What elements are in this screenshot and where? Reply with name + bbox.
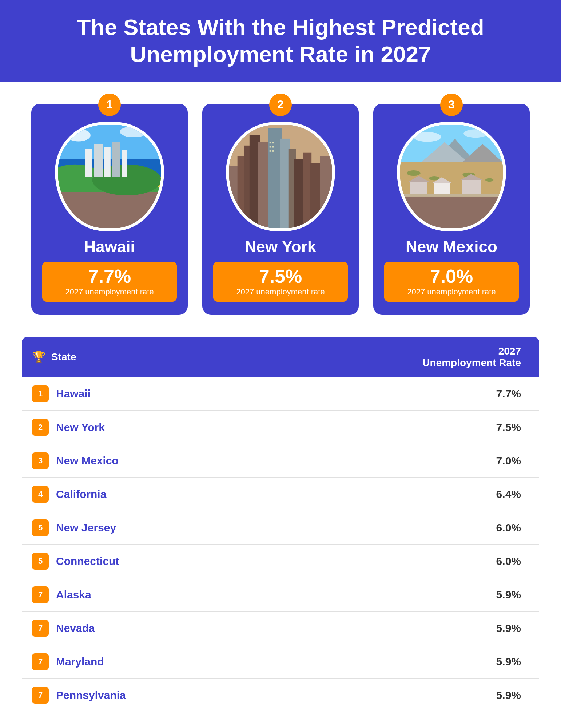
rank-badge-1: 1 bbox=[98, 94, 121, 116]
rank-cell: 7 Alaska bbox=[32, 586, 256, 603]
svg-rect-24 bbox=[320, 156, 332, 228]
rank-number: 7 bbox=[32, 586, 49, 603]
rate-cell: 7.7% bbox=[267, 377, 539, 411]
rate-badge-1: 7.7% 2027 unemployment rate bbox=[42, 262, 177, 302]
rank-cell: 3 New Mexico bbox=[32, 452, 256, 469]
trophy-icon: 🏆 bbox=[32, 351, 45, 363]
state-photo-3 bbox=[397, 122, 506, 231]
rate-cell: 6.4% bbox=[267, 478, 539, 511]
svg-rect-5 bbox=[85, 149, 92, 177]
rank-cell: 1 Hawaii bbox=[32, 385, 256, 402]
svg-rect-6 bbox=[94, 144, 103, 177]
state-photo-2 bbox=[226, 122, 335, 231]
top-cards-section: 1 Hawaii bbox=[0, 82, 561, 333]
svg-rect-30 bbox=[272, 150, 274, 152]
rate-cell: 5.9% bbox=[267, 612, 539, 645]
svg-rect-27 bbox=[270, 146, 271, 147]
rank-number: 4 bbox=[32, 486, 49, 503]
rate-number-3: 7.0% bbox=[395, 267, 508, 286]
state-cell: 1 Hawaii bbox=[22, 377, 267, 411]
rank-cell: 4 California bbox=[32, 486, 256, 503]
rate-badge-3: 7.0% 2027 unemployment rate bbox=[384, 262, 519, 302]
table-row: 5 New Jersey 6.0% bbox=[22, 511, 539, 545]
state-name: New Mexico bbox=[56, 455, 119, 467]
table-row: 7 Alaska 5.9% bbox=[22, 578, 539, 612]
rank-cell: 5 Connecticut bbox=[32, 553, 256, 570]
rate-badge-2: 7.5% 2027 unemployment rate bbox=[213, 262, 348, 302]
state-cell: 4 California bbox=[22, 478, 267, 511]
svg-point-47 bbox=[414, 132, 441, 142]
rate-cell: 5.9% bbox=[267, 578, 539, 612]
svg-rect-44 bbox=[462, 180, 481, 194]
table-row: 3 New Mexico 7.0% bbox=[22, 444, 539, 478]
rank-cell: 5 New Jersey bbox=[32, 519, 256, 536]
svg-rect-46 bbox=[400, 194, 503, 197]
rank-cell: 7 Pennsylvania bbox=[32, 687, 256, 704]
col1-header: 🏆 State bbox=[22, 337, 267, 377]
card-city-name-3: New Mexico bbox=[406, 238, 497, 256]
svg-rect-7 bbox=[104, 147, 111, 176]
rank-badge-2: 2 bbox=[269, 94, 292, 116]
rank-cell: 2 New York bbox=[32, 419, 256, 436]
rate-number-1: 7.7% bbox=[53, 267, 166, 286]
state-name: New York bbox=[56, 421, 105, 434]
table-row: 4 California 6.4% bbox=[22, 478, 539, 511]
rank-number: 5 bbox=[32, 553, 49, 570]
svg-point-48 bbox=[463, 129, 488, 138]
svg-rect-42 bbox=[434, 183, 450, 194]
rate-label-1: 2027 unemployment rate bbox=[53, 287, 166, 297]
rank-number: 7 bbox=[32, 687, 49, 704]
state-card-2: 2 bbox=[202, 104, 359, 315]
state-cell: 5 Connecticut bbox=[22, 545, 267, 578]
svg-rect-23 bbox=[310, 163, 322, 228]
col2-header: 2027 Unemployment Rate bbox=[267, 337, 539, 377]
state-name: Alaska bbox=[56, 589, 91, 601]
rank-cell: 7 Maryland bbox=[32, 653, 256, 670]
table-row: 2 New York 7.5% bbox=[22, 411, 539, 444]
col2-header-line1: 2027 bbox=[498, 345, 521, 357]
state-cell: 7 Alaska bbox=[22, 578, 267, 612]
table-header: 🏆 State 2027 Unemployment Rate bbox=[22, 337, 539, 377]
rate-label-2: 2027 unemployment rate bbox=[224, 287, 337, 297]
table-row: 1 Hawaii 7.7% bbox=[22, 377, 539, 411]
table-row: 7 Maryland 5.9% bbox=[22, 645, 539, 678]
page-header: The States With the Highest Predicted Un… bbox=[0, 0, 561, 82]
svg-point-10 bbox=[67, 129, 91, 141]
state-cell: 7 Pennsylvania bbox=[22, 678, 267, 712]
svg-rect-29 bbox=[270, 150, 271, 152]
svg-rect-8 bbox=[112, 142, 120, 177]
state-cell: 7 Maryland bbox=[22, 645, 267, 678]
state-name: Nevada bbox=[56, 622, 95, 634]
card-city-name-2: New York bbox=[245, 238, 316, 256]
page-title: The States With the Highest Predicted Un… bbox=[22, 14, 539, 68]
rate-cell: 6.0% bbox=[267, 511, 539, 545]
state-cell: 3 New Mexico bbox=[22, 444, 267, 478]
state-name: Pennsylvania bbox=[56, 689, 126, 701]
table-row: 5 Connecticut 6.0% bbox=[22, 545, 539, 578]
state-photo-1 bbox=[55, 122, 164, 231]
state-name: New Jersey bbox=[56, 522, 116, 534]
state-name: California bbox=[56, 488, 106, 500]
state-cell: 2 New York bbox=[22, 411, 267, 444]
state-card-3: 3 bbox=[373, 104, 530, 315]
svg-rect-26 bbox=[272, 142, 274, 143]
rank-number: 7 bbox=[32, 653, 49, 670]
rate-cell: 6.0% bbox=[267, 545, 539, 578]
svg-rect-40 bbox=[410, 182, 427, 194]
state-name: Connecticut bbox=[56, 555, 119, 567]
rank-number: 3 bbox=[32, 452, 49, 469]
col1-header-label: State bbox=[51, 351, 76, 363]
rank-number: 7 bbox=[32, 620, 49, 637]
col2-header-line2: Unemployment Rate bbox=[422, 357, 521, 368]
table-body: 1 Hawaii 7.7% 2 New York 7.5% 3 New Mexi… bbox=[22, 377, 539, 712]
rate-cell: 5.9% bbox=[267, 678, 539, 712]
svg-point-39 bbox=[485, 178, 494, 182]
rankings-table: 🏆 State 2027 Unemployment Rate 1 Hawaii … bbox=[22, 337, 539, 712]
rank-badge-3: 3 bbox=[440, 94, 463, 116]
rate-cell: 7.0% bbox=[267, 444, 539, 478]
svg-rect-17 bbox=[258, 142, 270, 228]
rate-number-2: 7.5% bbox=[224, 267, 337, 286]
state-card-1: 1 Hawaii bbox=[31, 104, 188, 315]
state-cell: 5 New Jersey bbox=[22, 511, 267, 545]
svg-point-36 bbox=[407, 170, 421, 176]
